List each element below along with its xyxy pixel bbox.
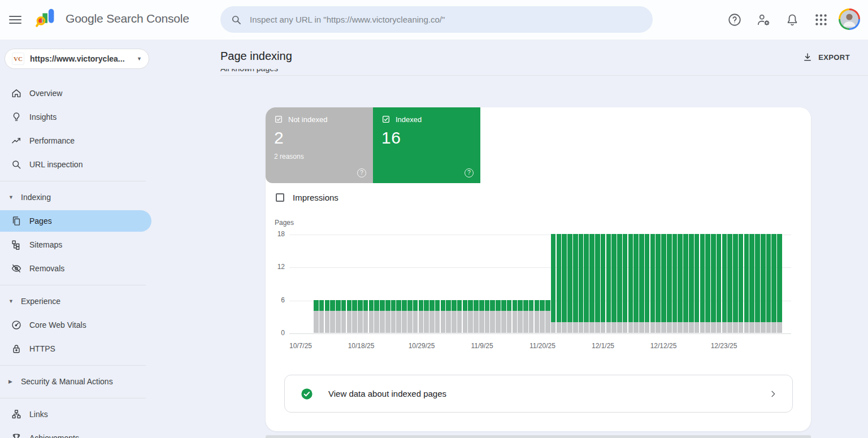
chart-bar[interactable]	[325, 300, 330, 333]
chart-bar[interactable]	[683, 234, 688, 333]
chart-bar[interactable]	[573, 234, 578, 333]
chart-bar[interactable]	[584, 234, 589, 333]
menu-icon[interactable]	[9, 14, 21, 25]
chart-bar[interactable]	[700, 234, 705, 333]
google-apps-grid-icon[interactable]	[814, 12, 828, 27]
chart-bar[interactable]	[314, 300, 319, 333]
sidebar-item-core-web-vitals[interactable]: Core Web Vitals	[0, 313, 153, 337]
chart-bar[interactable]	[771, 234, 776, 333]
chart-bar[interactable]	[496, 300, 501, 333]
help-circle-icon[interactable]: ?	[465, 168, 474, 177]
chart-bar[interactable]	[606, 234, 611, 333]
url-inspection-search[interactable]	[220, 6, 653, 33]
chart-bar[interactable]	[490, 300, 495, 333]
chart-bar[interactable]	[429, 300, 435, 333]
chart-bar[interactable]	[744, 234, 749, 333]
chart-bar[interactable]	[330, 300, 335, 333]
chart-bar[interactable]	[595, 234, 600, 333]
chart-bar[interactable]	[358, 300, 363, 333]
chart-bar[interactable]	[749, 234, 754, 333]
chart-bar[interactable]	[650, 234, 656, 333]
chart-bar[interactable]	[755, 234, 760, 333]
chart-bar[interactable]	[446, 300, 451, 333]
sidebar-item-url-inspection[interactable]: URL inspection	[0, 153, 153, 176]
sidebar-item-insights[interactable]: Insights	[0, 105, 153, 129]
chart-bar[interactable]	[545, 300, 550, 333]
view-data-row[interactable]: View data about indexed pages	[284, 375, 793, 413]
chart-bar[interactable]	[424, 300, 429, 333]
chart-bar[interactable]	[562, 234, 567, 333]
chart-bar[interactable]	[474, 300, 479, 333]
chart-bar[interactable]	[507, 300, 512, 333]
indexed-card[interactable]: Indexed 16 ?	[373, 107, 480, 183]
chart-bar[interactable]	[380, 300, 385, 333]
sidebar-section-experience[interactable]: ▼Experience	[0, 289, 153, 313]
chart-bar[interactable]	[656, 234, 661, 333]
chart-bar[interactable]	[352, 300, 357, 333]
chart-bar[interactable]	[645, 234, 650, 333]
impressions-checkbox[interactable]	[276, 193, 284, 202]
chart-bar[interactable]	[633, 234, 639, 333]
chart-bar[interactable]	[628, 234, 633, 333]
chart-bar[interactable]	[761, 234, 766, 333]
chart-bar[interactable]	[374, 300, 379, 333]
account-avatar[interactable]	[839, 8, 860, 30]
chart-bar[interactable]	[513, 300, 518, 333]
sidebar-section-indexing[interactable]: ▼Indexing	[0, 185, 153, 209]
chart-bar[interactable]	[523, 300, 528, 333]
sidebar-item-overview[interactable]: Overview	[0, 81, 153, 105]
chart-bar[interactable]	[402, 300, 407, 333]
chart-bar[interactable]	[479, 300, 484, 333]
chart-bar[interactable]	[419, 300, 424, 333]
sidebar-item-links[interactable]: Links	[0, 402, 153, 426]
help-icon[interactable]	[727, 12, 742, 27]
chart-bar[interactable]	[468, 300, 473, 333]
sidebar-item-pages[interactable]: Pages	[0, 210, 151, 232]
chart-bar[interactable]	[689, 234, 694, 333]
sidebar-item-https[interactable]: HTTPS	[0, 337, 153, 361]
impressions-toggle[interactable]: Impressions	[276, 193, 338, 202]
chart-bar[interactable]	[579, 234, 584, 333]
chart-bar[interactable]	[766, 234, 771, 333]
chart-bar[interactable]	[733, 234, 738, 333]
sidebar-item-achievements[interactable]: Achievements	[0, 426, 153, 438]
chart-bar[interactable]	[396, 300, 401, 333]
chart-bar[interactable]	[695, 234, 700, 333]
chart-bar[interactable]	[435, 300, 440, 333]
chart-bar[interactable]	[711, 234, 716, 333]
filter-all-known-pages-clipped[interactable]: All known pages	[220, 69, 367, 75]
chart-bar[interactable]	[557, 234, 562, 333]
chart-bar[interactable]	[441, 300, 446, 333]
chart-bar[interactable]	[617, 234, 622, 333]
chart-bar[interactable]	[407, 300, 413, 333]
chart-bar[interactable]	[739, 234, 744, 333]
help-circle-icon[interactable]: ?	[357, 168, 366, 177]
chart-bar[interactable]	[672, 234, 678, 333]
chart-bar[interactable]	[347, 300, 352, 333]
sidebar-item-performance[interactable]: Performance	[0, 129, 153, 153]
property-selector[interactable]: VC https://www.victoryclea... ▼	[5, 49, 149, 69]
chart-bar[interactable]	[501, 300, 506, 333]
chart-bar[interactable]	[589, 234, 594, 333]
chart-bar[interactable]	[385, 300, 390, 333]
chart-bar[interactable]	[623, 234, 628, 333]
chart-bar[interactable]	[705, 234, 710, 333]
export-button[interactable]: EXPORT	[802, 52, 850, 62]
chart-bar[interactable]	[540, 300, 545, 333]
not-indexed-card[interactable]: Not indexed 2 2 reasons ?	[266, 107, 373, 183]
chart-bar[interactable]	[777, 234, 782, 333]
chart-bar[interactable]	[369, 300, 374, 333]
sidebar-item-sitemaps[interactable]: Sitemaps	[0, 233, 153, 257]
chart-bar[interactable]	[363, 300, 368, 333]
chart-bar[interactable]	[535, 300, 540, 333]
chart-bar[interactable]	[463, 300, 468, 333]
sidebar-section-security-manual-actions[interactable]: ▶Security & Manual Actions	[0, 370, 153, 393]
chart-bar[interactable]	[661, 234, 666, 333]
chart-bar[interactable]	[413, 300, 418, 333]
chart-bar[interactable]	[485, 300, 490, 333]
chart-bar[interactable]	[722, 234, 727, 333]
chart-bar[interactable]	[717, 234, 722, 333]
chart-bar[interactable]	[341, 300, 346, 333]
chart-bar[interactable]	[319, 300, 324, 333]
chart-bar[interactable]	[551, 234, 556, 333]
